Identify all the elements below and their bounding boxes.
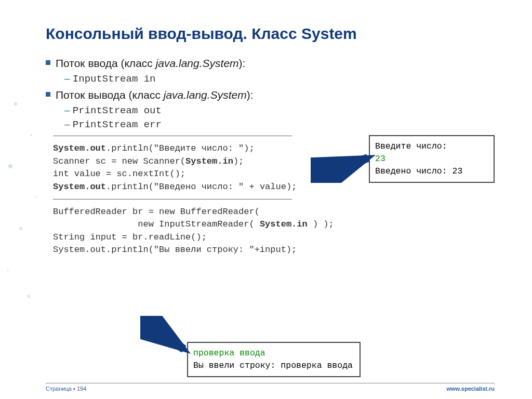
sub-inputstream-in: InputStream in <box>64 73 495 85</box>
separator <box>53 136 292 136</box>
output-box-scanner: Введите число: 23 Введено число: 23 <box>369 135 495 183</box>
bullet-output-stream: Поток вывода (класс java.lang.System): <box>46 89 495 101</box>
separator <box>53 199 292 200</box>
output-user-input: проверка ввода <box>193 347 354 360</box>
sub-printstream-out: PrintStream out <box>64 104 495 116</box>
bullet-text: Поток вывода (класс java.lang.System): <box>56 89 253 101</box>
footer-url: www.specialist.ru <box>446 385 495 392</box>
output-line: Введено число: 23 <box>375 165 488 178</box>
output-box-bufferedreader: проверка ввода Вы ввели строку: проверка… <box>187 342 361 377</box>
page-indicator: Страница ▪ 194 <box>46 385 86 392</box>
slide-footer: Страница ▪ 194 www.specialist.ru <box>46 383 495 392</box>
output-user-input: 23 <box>375 153 488 165</box>
code-block-bufferedreader: BufferedReader br = new BufferedReader( … <box>53 206 495 257</box>
bullet-input-stream: Поток ввода (класс java.lang.System): <box>46 57 495 70</box>
output-line: Введите число: <box>375 140 488 153</box>
bullet-text: Поток ввода (класс java.lang.System): <box>56 57 245 70</box>
bullet-icon <box>46 60 50 65</box>
output-line: Вы ввели строку: проверка ввода <box>193 360 354 372</box>
bullet-icon <box>46 92 50 97</box>
sub-printstream-err: PrintStream err <box>64 118 495 130</box>
slide-body: Консольный ввод-вывод. Класс System Пото… <box>0 0 532 399</box>
slide-title: Консольный ввод-вывод. Класс System <box>46 25 495 43</box>
